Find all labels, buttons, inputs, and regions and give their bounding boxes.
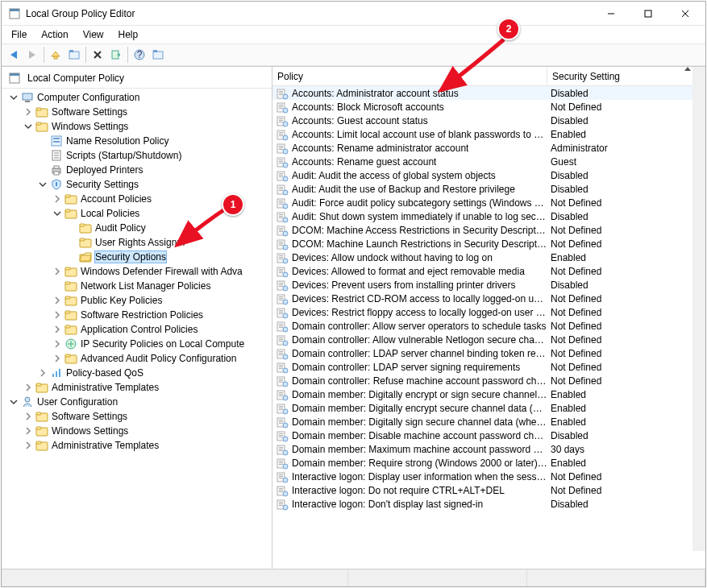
chevron-down-icon[interactable] xyxy=(8,92,19,103)
chevron-right-icon[interactable] xyxy=(52,324,63,335)
list-item[interactable]: Domain member: Disable machine account p… xyxy=(272,429,705,442)
tree-item[interactable]: Windows Settings xyxy=(3,424,272,438)
close-button[interactable] xyxy=(667,2,704,25)
back-button[interactable] xyxy=(5,46,23,64)
tree-item[interactable]: Public Key Policies xyxy=(3,293,272,308)
up-button[interactable] xyxy=(47,46,64,64)
chevron-down-icon[interactable] xyxy=(52,208,63,219)
properties-button[interactable] xyxy=(149,46,167,64)
folder-icon xyxy=(64,308,77,321)
tree-root[interactable]: Local Computer Policy xyxy=(2,68,272,89)
list-item[interactable]: Accounts: Guest account statusDisabled xyxy=(272,114,705,127)
chevron-right-icon[interactable] xyxy=(52,266,63,277)
tree-view[interactable]: Computer ConfigurationSoftware SettingsW… xyxy=(2,89,272,567)
chevron-right-icon[interactable] xyxy=(52,338,63,350)
chevron-down-icon[interactable] xyxy=(37,179,48,190)
list-item[interactable]: Domain controller: Refuse machine accoun… xyxy=(272,374,705,387)
export-button[interactable] xyxy=(107,46,125,64)
column-header-policy[interactable]: Policy xyxy=(272,67,547,85)
chevron-right-icon[interactable] xyxy=(23,106,34,118)
chevron-down-icon[interactable] xyxy=(8,396,19,408)
list-item[interactable]: Interactive logon: Do not require CTRL+A… xyxy=(272,483,705,497)
help-button[interactable] xyxy=(131,46,148,64)
list-item[interactable]: Accounts: Block Microsoft accountsNot De… xyxy=(272,100,705,114)
policy-setting: Disabled xyxy=(547,88,705,99)
minimize-button[interactable] xyxy=(593,2,630,25)
policy-setting: Not Defined xyxy=(547,321,705,332)
list-item[interactable]: Domain member: Require strong (Windows 2… xyxy=(272,456,705,470)
list-item[interactable]: DCOM: Machine Launch Restrictions in Sec… xyxy=(272,237,705,251)
policy-name: DCOM: Machine Launch Restrictions in Sec… xyxy=(292,238,547,250)
tree-item[interactable]: Administrative Templates xyxy=(3,438,272,453)
tree-item[interactable]: Application Control Policies xyxy=(3,322,272,337)
list-item[interactable]: Domain controller: Allow server operator… xyxy=(272,319,705,333)
tree-item[interactable]: Security Options xyxy=(3,250,272,264)
list-item[interactable]: Domain controller: Allow vulnerable Netl… xyxy=(272,333,705,346)
list-item[interactable]: Domain controller: LDAP server channel b… xyxy=(272,346,705,360)
tree-item[interactable]: User Rights Assignm xyxy=(3,235,272,250)
tree-item[interactable]: Software Restriction Policies xyxy=(3,308,272,322)
list-item[interactable]: Domain member: Digitally sign secure cha… xyxy=(272,415,705,429)
list-item[interactable]: Audit: Audit the access of global system… xyxy=(272,168,705,182)
list-item[interactable]: Domain controller: LDAP server signing r… xyxy=(272,360,705,374)
policy-item-icon xyxy=(276,402,289,415)
list-item[interactable]: Accounts: Administrator account statusDi… xyxy=(272,86,705,100)
tree-item[interactable]: Advanced Audit Policy Configuration xyxy=(3,351,272,366)
tree-item[interactable]: Security Settings xyxy=(3,177,272,192)
list-item[interactable]: Audit: Force audit policy subcategory se… xyxy=(272,196,705,209)
list-item[interactable]: Devices: Restrict CD-ROM access to local… xyxy=(272,292,705,305)
list-item[interactable]: Audit: Shut down system immediately if u… xyxy=(272,209,705,223)
tree-item[interactable]: Deployed Printers xyxy=(3,163,272,177)
list-item[interactable]: Devices: Restrict floppy access to local… xyxy=(272,305,705,319)
list-item[interactable]: Domain member: Digitally encrypt secure … xyxy=(272,401,705,415)
tree-item[interactable]: Audit Policy xyxy=(3,221,272,235)
show-hide-tree-button[interactable] xyxy=(65,46,83,64)
list-item[interactable]: Devices: Prevent users from installing p… xyxy=(272,278,705,292)
chevron-down-icon[interactable] xyxy=(23,121,34,132)
tree-item[interactable]: Software Settings xyxy=(3,105,272,119)
tree-item[interactable]: Name Resolution Policy xyxy=(3,134,272,148)
maximize-button[interactable] xyxy=(630,2,667,25)
forward-button[interactable] xyxy=(23,46,41,64)
chevron-right-icon[interactable] xyxy=(23,425,34,437)
menu-help[interactable]: Help xyxy=(112,27,145,42)
list-item[interactable]: Domain member: Digitally encrypt or sign… xyxy=(272,387,705,401)
list-item[interactable]: Audit: Audit the use of Backup and Resto… xyxy=(272,182,705,196)
chevron-right-icon[interactable] xyxy=(52,353,63,364)
tree-item[interactable]: Network List Manager Policies xyxy=(3,279,272,293)
chevron-right-icon[interactable] xyxy=(23,382,34,393)
list-item[interactable]: Accounts: Rename administrator accountAd… xyxy=(272,141,705,155)
list-item[interactable]: Accounts: Rename guest accountGuest xyxy=(272,155,705,168)
chevron-right-icon[interactable] xyxy=(52,309,63,321)
tree-item-label: Software Restriction Policies xyxy=(81,309,203,321)
menu-file[interactable]: File xyxy=(5,27,33,42)
chevron-right-icon[interactable] xyxy=(52,295,63,306)
list-item[interactable]: Accounts: Limit local account use of bla… xyxy=(272,127,705,141)
tree-item[interactable]: Administrative Templates xyxy=(3,380,272,395)
list-item[interactable]: Domain member: Maximum machine account p… xyxy=(272,442,705,456)
tree-item[interactable]: Computer Configuration xyxy=(3,90,272,105)
scrollbar-vertical[interactable] xyxy=(692,67,705,551)
tree-item[interactable]: Windows Defender Firewall with Adva xyxy=(3,264,272,279)
column-header-setting[interactable]: Security Setting xyxy=(547,67,705,85)
chevron-right-icon[interactable] xyxy=(52,193,63,205)
list-item[interactable]: DCOM: Machine Access Restrictions in Sec… xyxy=(272,223,705,237)
list-item[interactable]: Interactive logon: Display user informat… xyxy=(272,470,705,483)
delete-button[interactable] xyxy=(89,46,106,64)
chevron-right-icon[interactable] xyxy=(37,367,48,379)
tree-item[interactable]: IP Security Policies on Local Compute xyxy=(3,337,272,351)
folder-icon xyxy=(35,106,48,118)
tree-item[interactable]: Windows Settings xyxy=(3,119,272,134)
tree-item[interactable]: User Configuration xyxy=(3,395,272,409)
menu-view[interactable]: View xyxy=(77,27,110,42)
menu-action[interactable]: Action xyxy=(35,27,74,42)
list-item[interactable]: Devices: Allow undock without having to … xyxy=(272,251,705,264)
list-view[interactable]: Accounts: Administrator account statusDi… xyxy=(272,86,705,569)
list-item[interactable]: Devices: Allowed to format and eject rem… xyxy=(272,264,705,278)
tree-item[interactable]: Software Settings xyxy=(3,409,272,424)
tree-item[interactable]: Scripts (Startup/Shutdown) xyxy=(3,148,272,163)
chevron-right-icon[interactable] xyxy=(23,411,34,422)
tree-item[interactable]: Policy-based QoS xyxy=(3,366,272,380)
list-item[interactable]: Interactive logon: Don't display last si… xyxy=(272,497,705,511)
chevron-right-icon[interactable] xyxy=(23,440,34,451)
